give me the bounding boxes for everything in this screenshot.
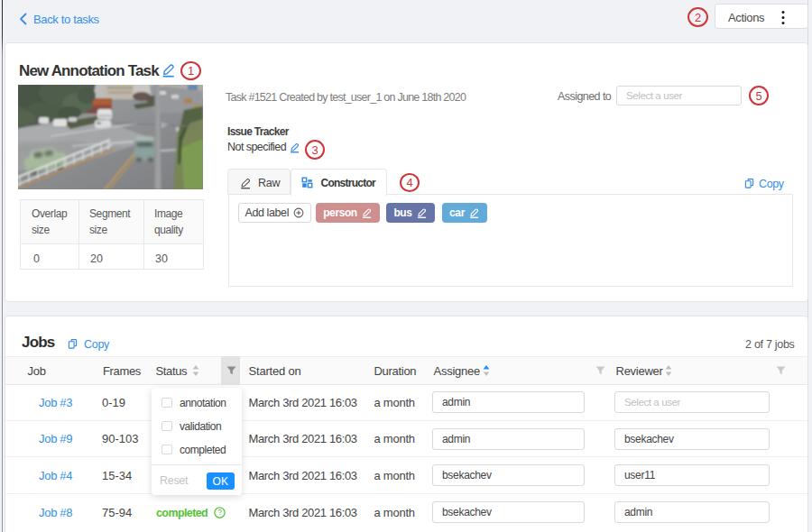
svg-text:?: ? [217,508,222,517]
